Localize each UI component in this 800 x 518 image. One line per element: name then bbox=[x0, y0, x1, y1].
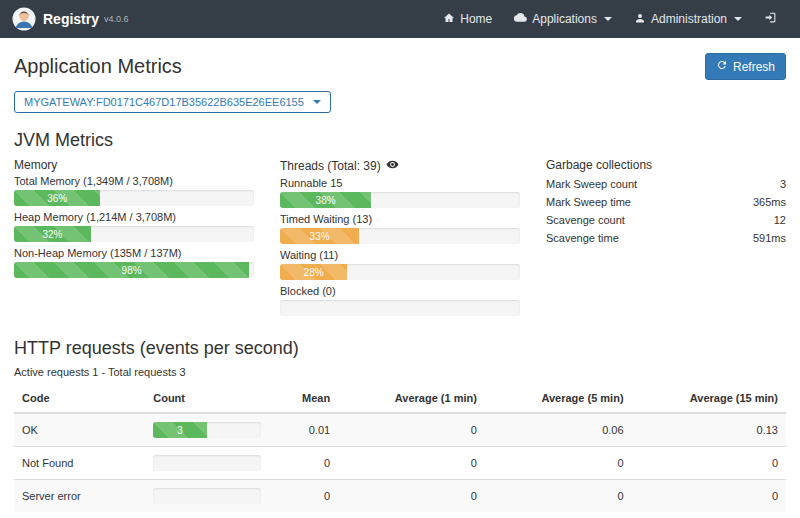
gc-column: Garbage collections Mark Sweep count 3 M… bbox=[546, 158, 786, 321]
threads-title: Threads (Total: 39) bbox=[280, 158, 520, 174]
chevron-down-icon bbox=[313, 100, 321, 104]
http-header-mean: Mean bbox=[269, 384, 338, 413]
refresh-button-label: Refresh bbox=[733, 60, 775, 74]
page-title: Application Metrics bbox=[14, 55, 182, 78]
total-memory-progress: 36% bbox=[14, 190, 254, 206]
http-requests-subtitle: Active requests 1 - Total requests 3 bbox=[14, 366, 786, 378]
http-count-progress-bar: 3 bbox=[153, 422, 207, 438]
total-memory-progress-bar: 36% bbox=[14, 190, 100, 206]
blocked-label: Blocked (0) bbox=[280, 285, 520, 297]
memory-title: Memory bbox=[14, 158, 254, 172]
blocked-progress bbox=[280, 300, 520, 316]
instance-selector-label: MYGATEWAY:FD0171C467D17B35622B635E26EE61… bbox=[24, 96, 304, 108]
jvm-metrics-grid: Memory Total Memory (1,349M / 3,708M) 36… bbox=[14, 158, 786, 321]
gc-row: Mark Sweep time 365ms bbox=[546, 193, 786, 211]
memory-column: Memory Total Memory (1,349M / 3,708M) 36… bbox=[14, 158, 254, 321]
http-requests-title: HTTP requests (events per second) bbox=[14, 338, 786, 359]
nav-signout[interactable] bbox=[753, 0, 788, 38]
timed-waiting-progress-bar: 33% bbox=[280, 228, 359, 244]
jvm-metrics-title: JVM Metrics bbox=[14, 130, 786, 151]
gc-row-label: Scavenge time bbox=[546, 232, 619, 244]
table-row: Not Found 0 0 0 0 bbox=[14, 447, 786, 480]
nav-home-label: Home bbox=[460, 12, 492, 26]
http-row-avg15: 0.13 bbox=[632, 413, 786, 447]
user-icon bbox=[634, 12, 646, 27]
http-row-mean: 0.01 bbox=[269, 413, 338, 447]
threads-title-label: Threads (Total: 39) bbox=[280, 159, 381, 173]
gc-row-value: 365ms bbox=[753, 196, 786, 208]
nonheap-memory-progress-bar: 98% bbox=[14, 262, 249, 278]
chevron-down-icon bbox=[734, 17, 742, 21]
cloud-icon bbox=[514, 11, 527, 27]
heap-memory-progress-bar: 32% bbox=[14, 226, 91, 242]
http-header-avg15: Average (15 min) bbox=[632, 384, 786, 413]
runnable-progress-bar: 38% bbox=[280, 192, 371, 208]
nav-menu: Home Applications Administration bbox=[432, 0, 788, 38]
timed-waiting-progress: 33% bbox=[280, 228, 520, 244]
gc-row: Scavenge time 591ms bbox=[546, 229, 786, 247]
http-row-avg15: 0 bbox=[632, 447, 786, 480]
http-header-avg5: Average (5 min) bbox=[485, 384, 632, 413]
refresh-icon bbox=[716, 59, 728, 74]
table-row: Server error 0 0 0 0 bbox=[14, 480, 786, 513]
gc-title: Garbage collections bbox=[546, 158, 786, 172]
brand-version: v4.0.6 bbox=[104, 14, 129, 24]
page-header: Application Metrics Refresh bbox=[14, 53, 786, 80]
gc-row-label: Scavenge count bbox=[546, 214, 625, 226]
gc-row-value: 591ms bbox=[753, 232, 786, 244]
total-memory-label: Total Memory (1,349M / 3,708M) bbox=[14, 175, 254, 187]
http-requests-table: Code Count Mean Average (1 min) Average … bbox=[14, 384, 786, 512]
refresh-button[interactable]: Refresh bbox=[705, 53, 786, 80]
runnable-progress: 38% bbox=[280, 192, 520, 208]
eye-icon[interactable] bbox=[386, 158, 399, 174]
waiting-label: Waiting (11) bbox=[280, 249, 520, 261]
http-row-mean: 0 bbox=[269, 480, 338, 513]
http-table-header-row: Code Count Mean Average (1 min) Average … bbox=[14, 384, 786, 413]
http-row-code: Not Found bbox=[14, 447, 145, 480]
nav-administration[interactable]: Administration bbox=[623, 0, 753, 38]
http-header-code: Code bbox=[14, 384, 145, 413]
http-row-avg5: 0 bbox=[485, 480, 632, 513]
http-count-progress bbox=[153, 488, 261, 504]
nav-applications[interactable]: Applications bbox=[503, 0, 623, 38]
http-row-avg5: 0.06 bbox=[485, 413, 632, 447]
http-row-code: OK bbox=[14, 413, 145, 447]
brand[interactable]: Registry v4.0.6 bbox=[12, 7, 129, 31]
gc-row: Scavenge count 12 bbox=[546, 211, 786, 229]
heap-memory-label: Heap Memory (1,214M / 3,708M) bbox=[14, 211, 254, 223]
gc-row-value: 12 bbox=[774, 214, 786, 226]
top-navbar: Registry v4.0.6 Home Applications Admini… bbox=[0, 0, 800, 38]
waiting-progress: 28% bbox=[280, 264, 520, 280]
http-header-avg1: Average (1 min) bbox=[338, 384, 485, 413]
nav-applications-label: Applications bbox=[532, 12, 597, 26]
heap-memory-progress: 32% bbox=[14, 226, 254, 242]
sign-out-icon bbox=[764, 11, 777, 27]
http-count-progress bbox=[153, 455, 261, 471]
table-row: OK 3 0.01 0 0.06 0.13 bbox=[14, 413, 786, 447]
chevron-down-icon bbox=[604, 17, 612, 21]
timed-waiting-label: Timed Waiting (13) bbox=[280, 213, 520, 225]
gc-row-value: 3 bbox=[780, 178, 786, 190]
instance-selector-dropdown[interactable]: MYGATEWAY:FD0171C467D17B35622B635E26EE61… bbox=[14, 91, 331, 113]
http-row-avg15: 0 bbox=[632, 480, 786, 513]
home-icon bbox=[443, 12, 455, 27]
nonheap-memory-progress: 98% bbox=[14, 262, 254, 278]
http-row-mean: 0 bbox=[269, 447, 338, 480]
gc-row-label: Mark Sweep time bbox=[546, 196, 631, 208]
http-row-avg5: 0 bbox=[485, 447, 632, 480]
gc-row: Mark Sweep count 3 bbox=[546, 175, 786, 193]
http-row-avg1: 0 bbox=[338, 447, 485, 480]
nonheap-memory-label: Non-Heap Memory (135M / 137M) bbox=[14, 247, 254, 259]
waiting-progress-bar: 28% bbox=[280, 264, 347, 280]
http-row-code: Server error bbox=[14, 480, 145, 513]
gc-row-label: Mark Sweep count bbox=[546, 178, 637, 190]
registry-logo-icon bbox=[12, 7, 36, 31]
runnable-label: Runnable 15 bbox=[280, 177, 520, 189]
nav-home[interactable]: Home bbox=[432, 0, 503, 38]
http-count-progress: 3 bbox=[153, 422, 261, 438]
http-header-count: Count bbox=[145, 384, 269, 413]
nav-administration-label: Administration bbox=[651, 12, 727, 26]
brand-name: Registry bbox=[43, 11, 99, 27]
http-row-avg1: 0 bbox=[338, 480, 485, 513]
threads-column: Threads (Total: 39) Runnable 15 38% Time… bbox=[280, 158, 520, 321]
